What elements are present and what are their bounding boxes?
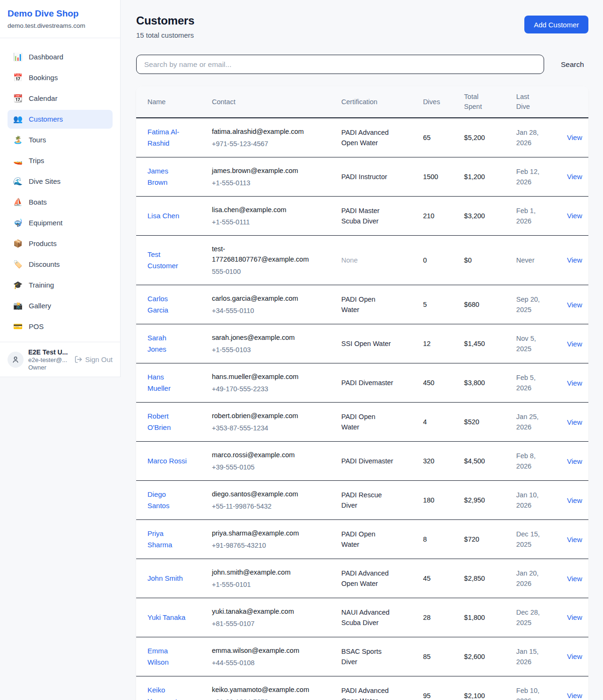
dives-cell: 0 <box>417 235 458 285</box>
sidebar-item-equipment[interactable]: 🤿Equipment <box>8 214 113 232</box>
customer-name-link[interactable]: Sarah Jones <box>147 332 187 355</box>
last-dive-cell: Nov 5, 2025 <box>511 324 562 363</box>
dives-cell: 8 <box>417 520 458 559</box>
sidebar-item-trips[interactable]: 🚤Trips <box>8 151 113 170</box>
sign-out-label: Sign Out <box>85 355 113 363</box>
actions-cell: View <box>562 520 588 559</box>
sidebar-item-gallery[interactable]: 📸Gallery <box>8 296 113 315</box>
customer-phone: +55-11-99876-5432 <box>212 501 330 511</box>
customer-name-link[interactable]: James Brown <box>147 165 187 188</box>
customer-name-link[interactable]: Priya Sharma <box>147 528 187 551</box>
customer-dives: 65 <box>423 134 431 141</box>
sidebar-nav: 📊Dashboard📅Bookings📆Calendar👥Customers🏝️… <box>0 38 120 342</box>
contact-cell: marco.rossi@example.com+39-555-0105 <box>206 442 336 481</box>
view-link[interactable]: View <box>567 496 582 504</box>
name-cell: Priya Sharma <box>136 520 206 559</box>
actions-cell: View <box>562 637 588 676</box>
sidebar-item-dashboard[interactable]: 📊Dashboard <box>8 48 113 66</box>
column-header-name: Name <box>136 86 206 118</box>
view-link[interactable]: View <box>567 575 582 583</box>
customer-name-link[interactable]: Carlos Garcia <box>147 293 187 316</box>
customer-phone: +91-98765-43210 <box>212 540 330 551</box>
customer-dives: 12 <box>423 340 431 347</box>
customer-name-link[interactable]: Marco Rossi <box>147 455 187 467</box>
view-link[interactable]: View <box>567 256 582 264</box>
contact-cell: lisa.chen@example.com+1-555-0111 <box>206 197 336 236</box>
contact-cell: priya.sharma@example.com+91-98765-43210 <box>206 520 336 559</box>
customer-name-link[interactable]: Lisa Chen <box>147 210 179 222</box>
customer-name-link[interactable]: Emma Wilson <box>147 645 187 668</box>
customer-email: hans.mueller@example.com <box>212 371 315 382</box>
sidebar-item-discounts[interactable]: 🏷️Discounts <box>8 255 113 274</box>
dives-cell: 320 <box>417 442 458 481</box>
customer-name-link[interactable]: Keiko Yamamoto <box>147 684 187 700</box>
package-icon: 📦 <box>13 238 23 249</box>
view-link[interactable]: View <box>567 652 582 660</box>
total-spent-cell: $720 <box>458 520 511 559</box>
view-link[interactable]: View <box>567 379 582 387</box>
view-link[interactable]: View <box>567 212 582 220</box>
customer-certification: NAUI Advanced Scuba Diver <box>342 607 395 628</box>
last-dive-cell: Dec 28, 2025 <box>511 598 562 637</box>
shop-name: Demo Dive Shop <box>8 8 113 19</box>
certification-cell: PADI Advanced Open Water <box>336 676 417 700</box>
customer-last-dive: Feb 10, 2026 <box>516 685 542 700</box>
contact-cell: john.smith@example.com+1-555-0101 <box>206 559 336 598</box>
customer-name-link[interactable]: John Smith <box>147 573 183 584</box>
customer-email: robert.obrien@example.com <box>212 411 315 421</box>
sidebar-item-products[interactable]: 📦Products <box>8 234 113 253</box>
customer-dives: 95 <box>423 692 431 700</box>
view-link[interactable]: View <box>567 418 582 426</box>
contact-cell: robert.obrien@example.com+353-87-555-123… <box>206 403 336 442</box>
sidebar-item-dive-sites[interactable]: 🌊Dive Sites <box>8 172 113 191</box>
search-button[interactable]: Search <box>544 60 588 69</box>
customer-name-link[interactable]: Robert O'Brien <box>147 411 187 433</box>
customer-dives: 320 <box>423 457 434 465</box>
actions-cell: View <box>562 235 588 285</box>
sidebar-item-boats[interactable]: ⛵Boats <box>8 193 113 212</box>
search-input[interactable] <box>136 55 544 74</box>
add-customer-button[interactable]: Add Customer <box>524 16 588 33</box>
last-dive-cell: Jan 10, 2026 <box>511 481 562 520</box>
view-link[interactable]: View <box>567 173 582 181</box>
actions-cell: View <box>562 481 588 520</box>
sidebar-item-tours[interactable]: 🏝️Tours <box>8 131 113 149</box>
certification-cell: PADI Advanced Open Water <box>336 118 417 157</box>
sidebar-item-bookings[interactable]: 📅Bookings <box>8 68 113 87</box>
sidebar-item-pos[interactable]: 💳POS <box>8 317 113 336</box>
table-row: Marco Rossimarco.rossi@example.com+39-55… <box>136 442 588 481</box>
view-link[interactable]: View <box>567 301 582 309</box>
view-link[interactable]: View <box>567 613 582 621</box>
customer-total-spent: $1,450 <box>464 340 485 347</box>
customer-total-spent: $2,850 <box>464 575 485 582</box>
view-link[interactable]: View <box>567 133 582 141</box>
customer-name-link[interactable]: Yuki Tanaka <box>147 612 186 623</box>
sidebar-item-training[interactable]: 🎓Training <box>8 276 113 295</box>
customer-name-link[interactable]: Test Customer <box>147 249 187 272</box>
sidebar-item-customers[interactable]: 👥Customers <box>8 110 113 129</box>
sailboat-icon: ⛵ <box>13 197 23 208</box>
table-row: Hans Muellerhans.mueller@example.com+49-… <box>136 363 588 403</box>
name-cell: James Brown <box>136 157 206 197</box>
view-link[interactable]: View <box>567 457 582 465</box>
customer-phone: +49-170-555-2233 <box>212 384 330 394</box>
column-header-label: Dives <box>423 97 440 107</box>
customer-total-spent: $4,500 <box>464 457 485 465</box>
customer-dives: 210 <box>423 212 434 220</box>
customer-total-spent: $2,950 <box>464 496 485 504</box>
view-link[interactable]: View <box>567 535 582 544</box>
view-link[interactable]: View <box>567 340 582 348</box>
sidebar-item-calendar[interactable]: 📆Calendar <box>8 89 113 108</box>
sign-out-button[interactable]: Sign Out <box>74 355 113 363</box>
customer-name-link[interactable]: Hans Mueller <box>147 371 187 394</box>
name-cell: Diego Santos <box>136 481 206 520</box>
customer-name-link[interactable]: Fatima Al-Rashid <box>147 126 187 149</box>
customer-phone: +44-555-0108 <box>212 658 330 668</box>
dives-cell: 85 <box>417 637 458 676</box>
total-spent-cell: $3,800 <box>458 363 511 403</box>
customer-name-link[interactable]: Diego Santos <box>147 489 187 511</box>
view-link[interactable]: View <box>567 692 582 700</box>
customer-dives: 0 <box>423 256 427 264</box>
credit-card-icon: 💳 <box>13 321 23 332</box>
customer-count: 15 total customers <box>136 31 195 39</box>
